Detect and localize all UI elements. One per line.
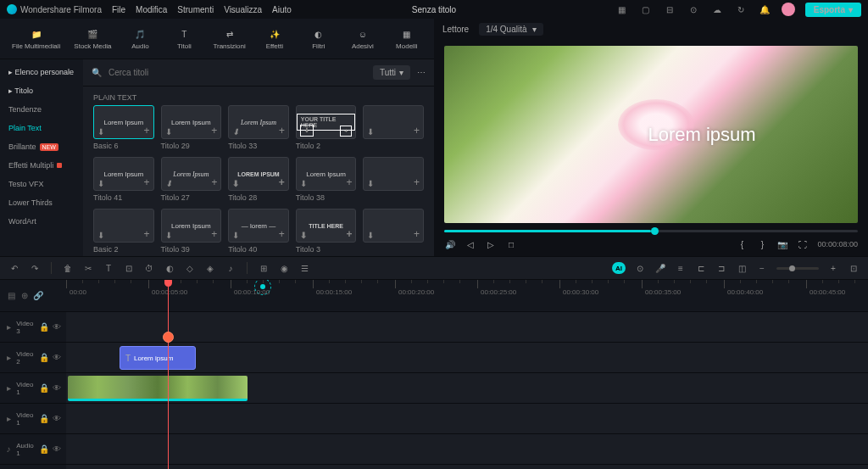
sidebar-item-effetti-multipli[interactable]: Effetti Multipli bbox=[0, 156, 83, 175]
visibility-icon[interactable]: 👁 bbox=[53, 445, 61, 454]
track[interactable] bbox=[66, 434, 868, 465]
title-item[interactable]: TITLE HERE⬇+Titolo 3 bbox=[296, 209, 357, 254]
voiceover-icon[interactable]: 🎤 bbox=[654, 262, 666, 274]
mask-icon[interactable]: ◉ bbox=[278, 262, 290, 274]
more-icon[interactable]: ⋯ bbox=[417, 68, 426, 77]
crop-icon[interactable]: ⊡ bbox=[123, 262, 135, 274]
asset-tab-modelli[interactable]: ▦Modelli bbox=[387, 24, 427, 53]
sidebar-item-wordart[interactable]: WordArt bbox=[0, 212, 83, 231]
history-icon[interactable]: ↻ bbox=[734, 3, 748, 16]
clip[interactable]: TLorem ipsum bbox=[120, 346, 196, 370]
keyframe-icon[interactable]: ◇ bbox=[184, 262, 196, 274]
clip[interactable] bbox=[68, 376, 248, 401]
title-item[interactable]: ⬇+Basic 2 bbox=[93, 209, 154, 254]
menu-tools[interactable]: Strumenti bbox=[177, 5, 214, 14]
track[interactable] bbox=[66, 373, 868, 404]
menu-view[interactable]: Visualizza bbox=[224, 5, 262, 14]
track-header[interactable]: ♪Audio 1🔒👁 bbox=[0, 434, 66, 465]
asset-tab-filtri[interactable]: ◐Filtri bbox=[298, 24, 339, 53]
undo-icon[interactable]: ↶ bbox=[8, 262, 20, 274]
filter-dropdown[interactable]: Tutti▾ bbox=[373, 65, 410, 80]
color-icon[interactable]: ◐ bbox=[164, 262, 175, 274]
asset-tab-transizioni[interactable]: ⇄Transizioni bbox=[208, 24, 250, 53]
volume-icon[interactable]: 🔊 bbox=[444, 238, 456, 250]
title-item[interactable]: ⬇+ bbox=[363, 105, 424, 150]
sidebar-item-brillante[interactable]: Brillante NEW bbox=[0, 137, 83, 156]
asset-tab-audio[interactable]: 🎵Audio bbox=[120, 24, 160, 53]
track[interactable]: TLorem ipsum bbox=[66, 343, 868, 373]
render-icon[interactable]: ⊙ bbox=[634, 262, 646, 274]
title-item[interactable]: ⬇+ bbox=[363, 157, 424, 202]
layout-icon[interactable]: ▦ bbox=[615, 3, 629, 16]
toggle-tracks-icon[interactable]: ▤ bbox=[7, 292, 15, 300]
asset-tab-adesivi[interactable]: ☺Adesivi bbox=[342, 24, 383, 53]
timeline-body[interactable]: 00:0000:00:05:0000:00:10:0000:00:15:0000… bbox=[66, 280, 868, 469]
avatar[interactable] bbox=[782, 3, 795, 16]
snapshot-icon[interactable]: 📷 bbox=[776, 238, 788, 250]
visibility-icon[interactable]: 👁 bbox=[53, 354, 61, 362]
zoom-slider[interactable] bbox=[776, 267, 819, 270]
screen-icon[interactable]: ⊟ bbox=[663, 3, 676, 16]
snap-icon[interactable]: ⊏ bbox=[695, 262, 707, 274]
title-item[interactable]: Lorem Ipsum⬇+Titolo 39 bbox=[161, 209, 222, 254]
visibility-icon[interactable]: 👁 bbox=[53, 384, 61, 393]
sidebar-item-plain-text[interactable]: Plain Text bbox=[0, 119, 83, 137]
sidebar-item-tendenze[interactable]: Tendenze bbox=[0, 100, 83, 119]
title-item[interactable]: Lorem Ipsum⬇+Titolo 33 bbox=[228, 105, 289, 150]
title-item[interactable]: Lorem Ipsum⬇+Titolo 38 bbox=[296, 157, 357, 202]
sidebar-item-lower-thirds[interactable]: Lower Thirds bbox=[0, 193, 83, 212]
track-header[interactable]: ▸Video 2🔒👁 bbox=[0, 343, 66, 373]
bell-icon[interactable]: 🔔 bbox=[758, 3, 771, 16]
track-header[interactable]: ▸Video 1🔒👁 bbox=[0, 404, 66, 434]
seekbar[interactable] bbox=[444, 230, 858, 232]
mark-out-icon[interactable]: } bbox=[756, 238, 768, 250]
sidebar-item-elenco-personale[interactable]: ▸ Elenco personale bbox=[0, 63, 83, 81]
title-item[interactable]: — lorem —⬇+Titolo 40 bbox=[228, 209, 289, 254]
ai-button[interactable]: AI bbox=[612, 262, 626, 274]
zoom-out-icon[interactable]: − bbox=[756, 262, 768, 274]
title-item[interactable]: YOUR TITLE HERE⬇+Titolo 2 bbox=[296, 105, 357, 150]
comment-icon[interactable]: ▢ bbox=[639, 3, 653, 16]
stop-icon[interactable]: □ bbox=[505, 238, 517, 250]
track-icon[interactable]: ☰ bbox=[298, 262, 310, 274]
adjust-icon[interactable]: ◫ bbox=[736, 262, 748, 274]
export-button[interactable]: Esporta▾ bbox=[805, 3, 861, 17]
detach-audio-icon[interactable]: ♪ bbox=[225, 262, 236, 274]
visibility-icon[interactable]: 👁 bbox=[53, 323, 61, 332]
redo-icon[interactable]: ↷ bbox=[29, 262, 41, 274]
track-header[interactable]: ▸Video 1🔒👁 bbox=[0, 373, 66, 404]
track[interactable] bbox=[66, 312, 868, 343]
cloud-icon[interactable]: ☁ bbox=[710, 3, 724, 16]
sidebar-item-testo-vfx[interactable]: Testo VFX bbox=[0, 175, 83, 193]
delete-icon[interactable]: 🗑 bbox=[62, 262, 74, 274]
asset-tab-stock-media[interactable]: 🎬Stock Media bbox=[69, 24, 116, 53]
track[interactable] bbox=[66, 404, 868, 434]
title-item[interactable]: Lorem Ipsum⬇+Titolo 29 bbox=[161, 105, 222, 150]
lock-icon[interactable]: 🔒 bbox=[40, 384, 48, 393]
cut-icon[interactable]: ✂ bbox=[82, 262, 94, 274]
asset-tab-file-multimediali[interactable]: 📁File Multimediali bbox=[7, 24, 65, 53]
speed-icon[interactable]: ⏱ bbox=[143, 262, 155, 274]
visibility-icon[interactable]: 👁 bbox=[53, 415, 61, 423]
prev-frame-icon[interactable]: ◁ bbox=[465, 238, 476, 250]
lock-icon[interactable]: 🔒 bbox=[40, 415, 48, 423]
asset-tab-titoli[interactable]: TTitoli bbox=[164, 24, 204, 53]
zoom-fit-icon[interactable]: ⊡ bbox=[848, 262, 860, 274]
asset-tab-effetti[interactable]: ✨Effetti bbox=[254, 24, 295, 53]
marker-icon[interactable]: ◈ bbox=[204, 262, 216, 274]
menu-help[interactable]: Aiuto bbox=[272, 5, 292, 14]
text-icon[interactable]: T bbox=[103, 262, 114, 274]
lock-icon[interactable]: 🔒 bbox=[40, 323, 48, 332]
mark-in-icon[interactable]: { bbox=[736, 238, 748, 250]
group-icon[interactable]: ⊞ bbox=[258, 262, 270, 274]
magnet-icon[interactable]: ⊐ bbox=[715, 262, 727, 274]
sidebar-item-titolo[interactable]: ▸ Titolo bbox=[0, 81, 83, 100]
title-item[interactable]: Lorem Ipsum⬇+Titolo 27 bbox=[161, 157, 222, 202]
menu-edit[interactable]: Modifica bbox=[136, 5, 167, 14]
lock-icon[interactable]: 🔒 bbox=[40, 354, 48, 362]
title-item[interactable]: LOREM IPSUM⬇+Titolo 28 bbox=[228, 157, 289, 202]
quality-select[interactable]: 1/4 Qualità▾ bbox=[479, 23, 542, 36]
track-header[interactable]: ▸Video 3🔒👁 bbox=[0, 312, 66, 343]
lock-icon[interactable]: 🔒 bbox=[40, 445, 48, 454]
zoom-in-icon[interactable]: + bbox=[827, 262, 839, 274]
